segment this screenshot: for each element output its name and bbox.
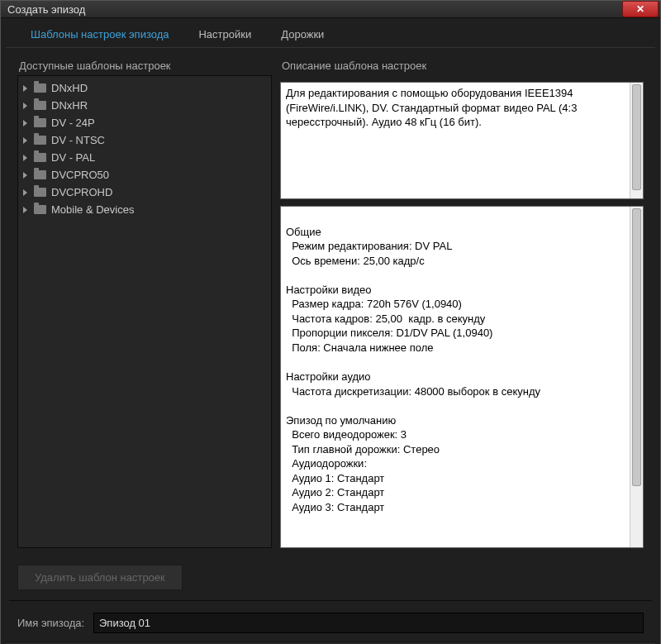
dialog-content: Шаблоны настроек эпизода Настройки Дорож… <box>1 18 660 644</box>
close-button[interactable]: ✕ <box>622 1 659 17</box>
folder-icon <box>34 83 46 93</box>
tree-item[interactable]: DV - NTSC <box>18 131 271 149</box>
chevron-right-icon <box>23 172 27 179</box>
panels: Доступные шаблоны настроек DNxHD DNxHR D… <box>6 48 655 551</box>
chevron-right-icon <box>23 103 27 109</box>
chevron-right-icon <box>23 207 27 213</box>
delete-preset-button[interactable]: Удалить шаблон настроек <box>17 565 183 590</box>
right-column: Описание шаблона настроек Для редактиров… <box>280 60 644 548</box>
description-text: Для редактирования с помощью оборудовани… <box>286 87 577 128</box>
tabs: Шаблоны настроек эпизода Настройки Дорож… <box>6 21 655 48</box>
chevron-right-icon <box>23 85 27 92</box>
chevron-right-icon <box>23 155 27 161</box>
tree-item[interactable]: DVCPRO50 <box>18 166 271 184</box>
tab-tracks[interactable]: Дорожки <box>266 21 339 47</box>
chevron-right-icon <box>23 137 27 144</box>
tree-item[interactable]: DVCPROHD <box>18 184 271 201</box>
folder-icon <box>34 205 46 214</box>
tab-presets[interactable]: Шаблоны настроек эпизода <box>16 21 183 47</box>
episode-name-input[interactable] <box>93 613 644 633</box>
folder-icon <box>34 118 46 127</box>
tree-item[interactable]: DNxHD <box>18 79 271 97</box>
folder-icon <box>34 153 46 162</box>
button-row: ОК Отмена <box>6 642 655 644</box>
presets-label: Доступные шаблоны настроек <box>17 60 272 72</box>
scrollbar[interactable] <box>630 83 643 198</box>
left-column: Доступные шаблоны настроек DNxHD DNxHR D… <box>17 60 272 548</box>
tree-item[interactable]: DV - PAL <box>18 149 271 166</box>
dialog-window: Создать эпизод ✕ Шаблоны настроек эпизод… <box>0 0 661 644</box>
description-box[interactable]: Для редактирования с помощью оборудовани… <box>280 82 644 199</box>
name-row: Имя эпизода: <box>6 601 655 642</box>
tab-settings[interactable]: Настройки <box>183 21 266 47</box>
preset-tree[interactable]: DNxHD DNxHR DV - 24P DV - NTSC DV - PAL … <box>17 75 272 548</box>
close-icon: ✕ <box>636 3 644 15</box>
name-label: Имя эпизода: <box>17 617 85 629</box>
folder-icon <box>34 136 46 145</box>
tree-item[interactable]: DV - 24P <box>18 114 271 131</box>
folder-icon <box>34 188 46 197</box>
folder-icon <box>34 170 46 179</box>
details-text: Общие Режим редактирования: DV PAL Ось в… <box>286 226 540 513</box>
chevron-right-icon <box>23 189 27 196</box>
window-title: Создать эпизод <box>7 3 622 16</box>
scrollbar[interactable] <box>630 207 643 547</box>
scroll-thumb[interactable] <box>632 84 641 190</box>
titlebar[interactable]: Создать эпизод ✕ <box>1 1 660 18</box>
folder-icon <box>34 101 46 110</box>
delete-row: Удалить шаблон настроек <box>6 551 655 595</box>
tree-item[interactable]: DNxHR <box>18 97 271 114</box>
description-label: Описание шаблона настроек <box>280 60 644 72</box>
tree-item[interactable]: Mobile & Devices <box>18 201 271 218</box>
chevron-right-icon <box>23 120 27 126</box>
details-box[interactable]: Общие Режим редактирования: DV PAL Ось в… <box>280 206 644 548</box>
scroll-thumb[interactable] <box>632 208 641 486</box>
